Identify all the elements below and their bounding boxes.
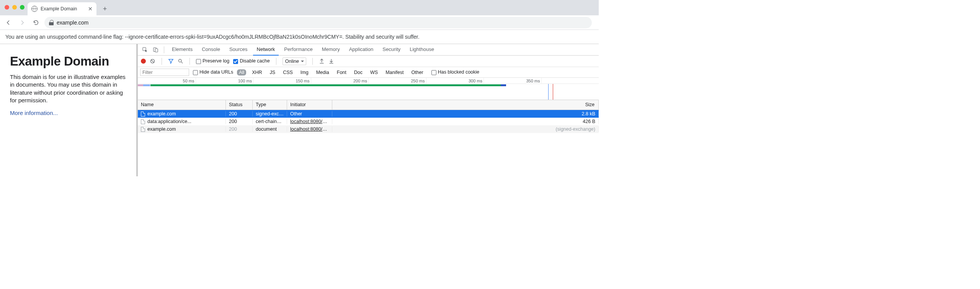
preserve-log-label: Preserve log	[203, 58, 229, 64]
tick: 50 ms	[183, 79, 196, 83]
cell-size: 2.8 kB	[332, 111, 599, 117]
address-bar[interactable]: example.com	[44, 17, 592, 28]
col-name[interactable]: Name	[138, 100, 226, 110]
has-blocked-cookies-label: Has blocked cookie	[438, 69, 479, 75]
cell-initiator[interactable]: localhost:8080/priv/doc/...	[290, 126, 332, 132]
hide-data-urls-label: Hide data URLs	[199, 69, 233, 75]
cell-initiator[interactable]: localhost:8080/priv/doc/...	[290, 119, 332, 124]
tab-security[interactable]: Security	[379, 44, 404, 56]
overview-bar	[138, 84, 143, 86]
col-type[interactable]: Type	[253, 100, 287, 110]
separator	[312, 58, 313, 65]
filter-type-js[interactable]: JS	[268, 69, 278, 76]
tab-memory[interactable]: Memory	[318, 44, 344, 56]
globe-icon	[31, 6, 38, 12]
tab-lighthouse[interactable]: Lighthouse	[406, 44, 438, 56]
browser-tab[interactable]: Example Domain ✕	[28, 2, 96, 15]
devtools-panel: Elements Console Sources Network Perform…	[138, 44, 599, 176]
device-toolbar-icon[interactable]	[151, 45, 160, 54]
requests-grid-header: Name Status Type Initiator Size	[138, 100, 599, 110]
hide-data-urls-checkbox[interactable]: Hide data URLs	[193, 69, 233, 75]
url-text: example.com	[57, 20, 88, 26]
filter-type-css[interactable]: CSS	[281, 69, 295, 76]
filter-type-ws[interactable]: WS	[368, 69, 380, 76]
throttling-value: Online	[285, 59, 299, 64]
tab-console[interactable]: Console	[198, 44, 224, 56]
tab-sources[interactable]: Sources	[225, 44, 252, 56]
tick: 100 ms	[238, 79, 253, 83]
marker-dcl	[548, 84, 549, 100]
forward-button[interactable]	[17, 17, 28, 28]
filter-type-other[interactable]: Other	[409, 69, 425, 76]
network-toolbar: Preserve log Disable cache Online	[138, 56, 599, 67]
filter-type-manifest[interactable]: Manifest	[384, 69, 405, 76]
svg-rect-2	[155, 49, 158, 52]
network-timeline[interactable]: 50 ms 100 ms 150 ms 200 ms 250 ms 300 ms…	[138, 78, 599, 100]
svg-point-5	[179, 59, 182, 62]
cell-status: 200	[226, 111, 253, 117]
page-content: Example Domain This domain is for use in…	[0, 44, 138, 176]
svg-line-4	[151, 60, 154, 63]
tick: 350 ms	[526, 79, 541, 83]
page-heading: Example Domain	[10, 54, 126, 69]
cell-initiator: Other	[287, 111, 332, 117]
separator	[164, 46, 164, 53]
filter-type-font[interactable]: Font	[335, 69, 348, 76]
tab-title: Example Domain	[41, 6, 85, 11]
content-split: Example Domain This domain is for use in…	[0, 44, 599, 176]
request-row[interactable]: example.com 200 document localhost:8080/…	[138, 125, 599, 133]
cell-size: (signed-exchange)	[332, 126, 599, 132]
cell-status: 200	[226, 126, 253, 132]
search-icon[interactable]	[178, 58, 183, 64]
filter-input[interactable]	[140, 69, 189, 76]
inspect-element-icon[interactable]	[140, 45, 149, 54]
col-initiator[interactable]: Initiator	[287, 100, 332, 110]
disable-cache-checkbox[interactable]: Disable cache	[233, 58, 270, 64]
window-maximize-button[interactable]	[20, 5, 24, 10]
cell-size: 426 B	[332, 119, 599, 124]
new-tab-button[interactable]: +	[100, 3, 110, 14]
clear-icon[interactable]	[150, 58, 155, 64]
close-tab-icon[interactable]: ✕	[88, 6, 93, 12]
filter-type-xhr[interactable]: XHR	[250, 69, 264, 76]
request-row[interactable]: example.com 200 signed-exchange ... Othe…	[138, 110, 599, 118]
browser-toolbar: example.com	[0, 15, 599, 30]
col-status[interactable]: Status	[226, 100, 253, 110]
tick: 150 ms	[296, 79, 310, 83]
record-button[interactable]	[141, 59, 146, 64]
chrome-window: Example Domain ✕ + example.com You are u…	[0, 0, 599, 176]
cell-name: example.com	[147, 126, 176, 132]
request-row[interactable]: data:application/ce... 200 cert-chain+cb…	[138, 118, 599, 125]
back-button[interactable]	[3, 17, 14, 28]
tab-application[interactable]: Application	[345, 44, 377, 56]
download-har-icon[interactable]	[328, 58, 334, 64]
tick: 300 ms	[469, 79, 483, 83]
upload-har-icon[interactable]	[319, 58, 325, 64]
filter-type-doc[interactable]: Doc	[352, 69, 364, 76]
filter-type-all[interactable]: All	[237, 69, 246, 76]
preserve-log-checkbox[interactable]: Preserve log	[196, 58, 229, 64]
document-icon	[141, 127, 145, 132]
cell-status: 200	[226, 119, 253, 124]
filter-type-media[interactable]: Media	[314, 69, 331, 76]
window-close-button[interactable]	[5, 5, 9, 10]
has-blocked-cookies-checkbox[interactable]: Has blocked cookie	[431, 69, 479, 75]
cell-name: data:application/ce...	[147, 119, 191, 124]
reload-button[interactable]	[31, 17, 41, 28]
lock-icon	[49, 20, 54, 25]
document-icon	[141, 119, 145, 124]
requests-grid: example.com 200 signed-exchange ... Othe…	[138, 110, 599, 133]
devtools-tabs: Elements Console Sources Network Perform…	[138, 44, 599, 56]
window-minimize-button[interactable]	[12, 5, 17, 10]
filter-type-img[interactable]: Img	[299, 69, 310, 76]
tab-network[interactable]: Network	[253, 44, 279, 56]
svg-line-6	[181, 62, 183, 63]
tab-strip: Example Domain ✕ +	[0, 0, 599, 15]
page-link[interactable]: More information...	[10, 110, 58, 116]
tab-performance[interactable]: Performance	[280, 44, 316, 56]
filter-icon[interactable]	[168, 58, 174, 64]
separator	[276, 58, 276, 65]
tab-elements[interactable]: Elements	[168, 44, 196, 56]
col-size[interactable]: Size	[332, 100, 599, 110]
throttling-select[interactable]: Online	[283, 57, 306, 65]
